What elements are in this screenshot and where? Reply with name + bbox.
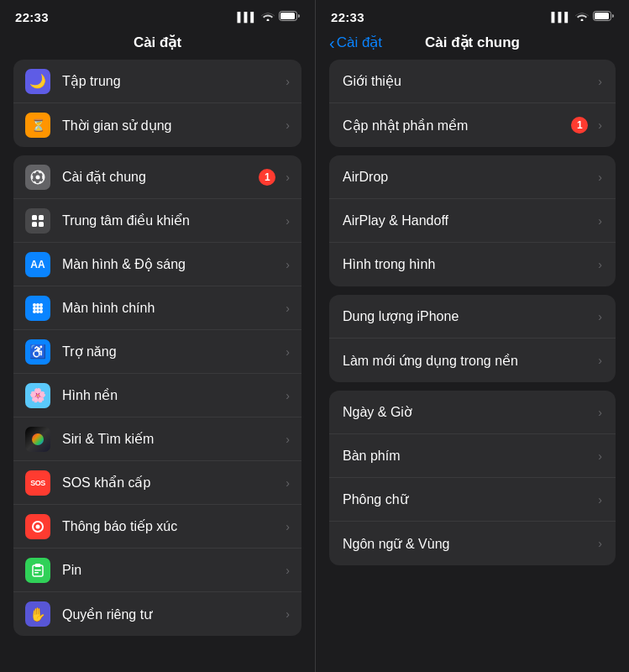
row-airplay[interactable]: AirPlay & Handoff › <box>329 199 616 243</box>
row-dungluong[interactable]: Dung lượng iPhone › <box>329 295 616 339</box>
row-ngonngu[interactable]: Ngôn ngữ & Vùng › <box>329 522 616 565</box>
thongbao-chevron: › <box>286 520 290 533</box>
row-trungtam[interactable]: Trung tâm điều khiển › <box>13 199 301 243</box>
caidatchung-icon <box>25 165 50 190</box>
right-status-icons: ▌▌▌ <box>552 9 614 24</box>
siri-icon <box>25 427 50 452</box>
row-pin[interactable]: Pin › <box>13 549 301 592</box>
right-section-connectivity: AirDrop › AirPlay & Handoff › Hình trong… <box>329 155 616 286</box>
right-signal-icon: ▌▌▌ <box>552 12 571 22</box>
right-section-storage: Dung lượng iPhone › Làm mới ứng dụng tro… <box>329 295 616 382</box>
ngaygio-chevron: › <box>598 406 602 419</box>
manhinh-icon: AA <box>25 252 50 277</box>
svg-rect-3 <box>32 215 37 220</box>
caidatchung-label: Cài đặt chung <box>62 169 259 185</box>
airdrop-label: AirDrop <box>343 170 593 185</box>
svg-rect-22 <box>34 572 39 574</box>
svg-point-13 <box>33 310 36 313</box>
row-manhinhchinh[interactable]: Màn hình chính › <box>13 286 301 330</box>
row-thongbao[interactable]: Thông báo tiếp xúc › <box>13 505 301 549</box>
row-hinhnен[interactable]: 🌸 Hình nền › <box>13 374 301 417</box>
trungtam-icon <box>25 208 50 234</box>
wifi-icon <box>261 9 275 24</box>
manhinh-label: Màn hình & Độ sáng <box>62 256 280 272</box>
back-chevron-icon: ‹ <box>329 34 335 51</box>
quyenrieng-icon: ✋ <box>25 601 50 627</box>
dungluong-label: Dung lượng iPhone <box>343 308 593 324</box>
airdrop-chevron: › <box>598 171 602 184</box>
hinhnен-label: Hình nền <box>62 387 280 403</box>
row-capnhat[interactable]: Cập nhật phần mềm 1 › <box>329 103 616 147</box>
svg-rect-5 <box>32 222 37 227</box>
right-status-time: 22:33 <box>331 10 364 24</box>
right-settings-scroll[interactable]: Giới thiệu › Cập nhật phần mềm 1 › AirDr… <box>316 60 629 672</box>
row-airdrop[interactable]: AirDrop › <box>329 155 616 199</box>
sos-chevron: › <box>286 476 290 490</box>
row-ngaygio[interactable]: Ngày & Giờ › <box>329 391 616 434</box>
trungtam-chevron: › <box>286 214 290 228</box>
sos-icon: SOS <box>25 470 50 496</box>
pin-chevron: › <box>286 564 290 577</box>
svg-rect-24 <box>595 13 609 19</box>
svg-point-7 <box>33 303 36 307</box>
svg-point-11 <box>36 307 39 310</box>
hinhnен-chevron: › <box>286 389 290 402</box>
svg-point-16 <box>32 433 44 445</box>
right-section-intro: Giới thiệu › Cập nhật phần mềm 1 › <box>329 60 616 147</box>
left-settings-scroll[interactable]: 🌙 Tập trung › ⏳ Thời gian sử dụng › <box>0 60 315 672</box>
row-siri[interactable]: Siri & Tìm kiếm › <box>13 417 301 461</box>
pin-label: Pin <box>62 563 280 578</box>
battery-icon <box>279 9 300 24</box>
row-taptrung[interactable]: 🌙 Tập trung › <box>13 60 301 103</box>
taptrung-chevron: › <box>286 75 290 88</box>
svg-point-9 <box>39 303 43 307</box>
ngaygio-label: Ngày & Giờ <box>343 404 593 420</box>
banphim-chevron: › <box>598 449 602 463</box>
left-status-time: 22:33 <box>15 10 49 24</box>
lammoi-label: Làm mới ứng dụng trong nền <box>343 353 593 369</box>
phongchu-label: Phông chữ <box>343 491 593 507</box>
row-banphim[interactable]: Bàn phím › <box>329 434 616 478</box>
airplay-label: AirPlay & Handoff <box>343 213 593 228</box>
tronang-chevron: › <box>286 345 290 359</box>
hinhtrong-chevron: › <box>598 258 602 271</box>
row-sos[interactable]: SOS SOS khẩn cấp › <box>13 461 301 505</box>
signal-icon: ▌▌▌ <box>238 12 257 22</box>
banphim-label: Bàn phím <box>343 449 593 464</box>
svg-point-12 <box>39 307 43 310</box>
row-tronang[interactable]: ♿ Trợ năng › <box>13 330 301 374</box>
svg-rect-6 <box>39 222 44 227</box>
row-phongchu[interactable]: Phông chữ › <box>329 478 616 522</box>
trungtam-label: Trung tâm điều khiển <box>62 213 280 228</box>
quyenrieng-chevron: › <box>286 607 290 621</box>
left-section-general: Cài đặt chung 1 › Trung tâm điều khiển › <box>13 155 301 636</box>
right-nav-header: ‹ Cài đặt Cài đặt chung <box>316 30 629 60</box>
left-nav-header: Cài đặt <box>0 30 315 60</box>
row-hinhtrong[interactable]: Hình trong hình › <box>329 243 616 286</box>
svg-rect-20 <box>35 564 41 567</box>
row-lammoi[interactable]: Làm mới ứng dụng trong nền › <box>329 339 616 382</box>
left-status-icons: ▌▌▌ <box>238 9 300 24</box>
manhinhchinh-label: Màn hình chính <box>62 301 280 316</box>
left-panel: 22:33 ▌▌▌ Cài đặt <box>0 0 315 672</box>
siri-chevron: › <box>286 433 290 446</box>
row-quyenrieng[interactable]: ✋ Quyền riêng tư › <box>13 592 301 636</box>
manhinhchinh-icon <box>25 296 50 321</box>
svg-point-2 <box>36 175 40 179</box>
right-status-bar: 22:33 ▌▌▌ <box>316 0 629 30</box>
tronang-label: Trợ năng <box>62 344 280 360</box>
right-wifi-icon <box>575 9 589 24</box>
caidatchung-chevron: › <box>286 171 290 184</box>
row-caidatchung[interactable]: Cài đặt chung 1 › <box>13 155 301 199</box>
left-section-focus: 🌙 Tập trung › ⏳ Thời gian sử dụng › <box>13 60 301 147</box>
taptrung-label: Tập trung <box>62 73 280 89</box>
row-manhinh[interactable]: AA Màn hình & Độ sáng › <box>13 243 301 286</box>
lammoi-chevron: › <box>598 354 602 367</box>
caidatchung-badge: 1 <box>259 169 275 186</box>
right-section-datetime: Ngày & Giờ › Bàn phím › Phông chữ › Ngôn… <box>329 391 616 565</box>
row-gioithieu[interactable]: Giới thiệu › <box>329 60 616 103</box>
right-back-button[interactable]: ‹ Cài đặt <box>329 34 382 51</box>
row-thoigian[interactable]: ⏳ Thời gian sử dụng › <box>13 103 301 147</box>
phongchu-chevron: › <box>598 493 602 507</box>
svg-point-15 <box>39 310 43 313</box>
